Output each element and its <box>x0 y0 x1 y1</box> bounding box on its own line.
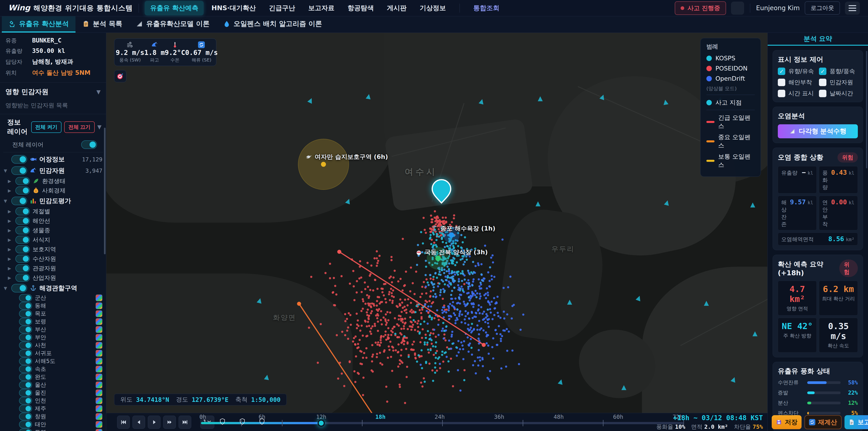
tab-오일펜스 배치 알고리즘 이론[interactable]: 오일펜스 배치 알고리즘 이론 <box>216 16 329 33</box>
checkbox-시간 표시[interactable]: 시간 표시 <box>778 90 817 97</box>
checkbox-풍향/풍속[interactable]: ✓풍향/풍속 <box>819 67 858 75</box>
all-layers-toggle[interactable] <box>81 140 97 149</box>
layer-row-서귀포[interactable]: 서귀포 <box>2 349 102 357</box>
layers-all-off-button[interactable]: 전체 끄기 <box>64 121 94 133</box>
layer-row-부산[interactable]: 부산 <box>2 326 102 333</box>
checkbox-유향/유속[interactable]: ✓유향/유속 <box>778 67 817 75</box>
region-style-icon[interactable] <box>96 421 102 428</box>
layers-all-on-button[interactable]: 전체 켜기 <box>31 121 61 133</box>
layer-toggle[interactable] <box>16 207 30 215</box>
region-style-icon[interactable] <box>96 310 102 317</box>
layer-toggle[interactable] <box>19 310 32 317</box>
layer-toggle[interactable] <box>11 284 27 293</box>
region-style-icon[interactable] <box>96 429 102 431</box>
layer-row-해안선[interactable]: ▶해안선 <box>2 216 102 225</box>
layer-toggle[interactable] <box>16 274 30 282</box>
expand-arrow-icon[interactable]: ▶ <box>6 218 13 223</box>
layer-toggle[interactable] <box>19 381 32 389</box>
layer-toggle[interactable] <box>19 405 32 412</box>
report-button[interactable]: 보고서 <box>844 415 868 429</box>
save-button[interactable]: 저장 <box>772 415 802 429</box>
layer-row-산업자원[interactable]: ▶산업자원 <box>2 273 102 282</box>
layer-toggle[interactable] <box>19 302 32 310</box>
layer-row-사천[interactable]: 사천 <box>2 341 102 349</box>
logout-button[interactable]: 로그아웃 <box>805 1 840 15</box>
layer-toggle[interactable] <box>16 255 30 263</box>
rightpanel-scrollbar[interactable] <box>866 51 867 168</box>
layer-toggle[interactable] <box>19 421 32 428</box>
region-style-icon[interactable] <box>96 358 102 365</box>
layer-row-보호지역[interactable]: ▶보호지역 <box>2 245 102 254</box>
nav-item-유출유 확산예측[interactable]: 유출유 확산예측 <box>145 1 204 16</box>
sidebar-scrollbar[interactable] <box>104 128 105 254</box>
layer-toggle[interactable] <box>16 264 30 272</box>
layer-toggle[interactable] <box>19 429 32 431</box>
layer-row-환경생태[interactable]: ▶환경생태 <box>2 176 102 186</box>
nav-item-항공탐색[interactable]: 항공탐색 <box>342 1 379 16</box>
layer-row-제주[interactable]: 제주 <box>2 405 102 412</box>
expand-arrow-icon[interactable]: ▶ <box>6 256 13 261</box>
region-style-icon[interactable] <box>96 342 102 349</box>
layer-toggle[interactable] <box>11 155 27 164</box>
expand-arrow-icon[interactable]: ▶ <box>6 228 13 233</box>
sensitive-resources-header[interactable]: 영향 민감자원 ▼ <box>5 87 101 96</box>
map-canvas[interactable]: 여수시화양면우두리 여자만 습지보호구역 (6h)종포 해수욕장 (1h)국동 … <box>106 33 767 413</box>
layer-toggle[interactable] <box>19 326 32 333</box>
nav-item-HNS·대기확산[interactable]: HNS·대기확산 <box>206 1 261 16</box>
layer-toggle[interactable] <box>16 236 30 244</box>
layer-row-계절별[interactable]: ▶계절별 <box>2 207 102 216</box>
layer-row-어장정보[interactable]: 어장정보17,129 <box>2 154 102 165</box>
layer-toggle[interactable] <box>19 334 32 341</box>
layer-row-보령[interactable]: 보령 <box>2 317 102 326</box>
layer-row-인천[interactable]: 인천 <box>2 397 102 405</box>
region-style-icon[interactable] <box>96 405 102 412</box>
expand-arrow-icon[interactable]: ▼ <box>2 198 8 204</box>
layer-toggle[interactable] <box>19 357 32 365</box>
nav-item-게시판[interactable]: 게시판 <box>381 1 412 16</box>
expand-arrow-icon[interactable]: ▼ <box>2 168 8 173</box>
region-style-icon[interactable] <box>96 390 102 396</box>
region-style-icon[interactable] <box>96 381 102 388</box>
region-style-icon[interactable] <box>96 326 102 333</box>
timeline-handle[interactable] <box>318 420 325 427</box>
layer-toggle[interactable] <box>19 373 32 381</box>
layer-row-속초[interactable]: 속초 <box>2 365 102 373</box>
region-style-icon[interactable] <box>96 302 102 309</box>
layer-toggle[interactable] <box>19 397 32 405</box>
layer-toggle[interactable] <box>19 349 32 357</box>
stepback-button[interactable] <box>132 415 145 429</box>
skipstart-button[interactable] <box>117 415 130 429</box>
layer-row-완도[interactable]: 완도 <box>2 373 102 381</box>
tab-분석 목록[interactable]: 분석 목록 <box>75 16 129 33</box>
recalc-button[interactable]: 재계산 <box>804 415 842 429</box>
layer-row-창원[interactable]: 창원 <box>2 412 102 420</box>
layer-toggle[interactable] <box>16 217 30 225</box>
layer-toggle[interactable] <box>19 341 32 349</box>
nav-item-긴급구난[interactable]: 긴급구난 <box>264 1 301 16</box>
layer-row-해경관할구역[interactable]: ▼해경관할구역 <box>2 282 102 294</box>
layer-toggle[interactable] <box>19 413 32 420</box>
layer-toggle[interactable] <box>19 318 32 326</box>
layer-toggle[interactable] <box>16 226 30 235</box>
layer-row-군산[interactable]: 군산 <box>2 294 102 302</box>
notifications-button[interactable] <box>731 2 744 15</box>
region-style-icon[interactable] <box>96 374 102 380</box>
menu-button[interactable] <box>845 2 860 15</box>
expand-arrow-icon[interactable]: ▶ <box>6 179 13 184</box>
polygon-analysis-button[interactable]: 다각형 분석수행 <box>778 124 858 138</box>
region-style-icon[interactable] <box>96 413 102 420</box>
layer-toggle[interactable] <box>11 166 27 175</box>
checkbox-민감자원[interactable]: 민감자원 <box>819 79 858 86</box>
nav-item-보고자료[interactable]: 보고자료 <box>303 1 340 16</box>
ff-button[interactable] <box>163 415 176 429</box>
tab-유출유 확산분석[interactable]: 유출유 확산분석 <box>2 16 75 33</box>
layer-row-동해[interactable]: 동해 <box>2 302 102 310</box>
expand-arrow-icon[interactable]: ▶ <box>6 275 13 280</box>
layer-toggle[interactable] <box>11 196 27 205</box>
layer-toggle[interactable] <box>16 245 30 253</box>
expand-arrow-icon[interactable]: ▶ <box>6 209 13 214</box>
layer-row-관광자원[interactable]: ▶관광자원 <box>2 264 102 273</box>
layer-toggle[interactable] <box>16 177 30 185</box>
layer-row-서식지[interactable]: ▶서식지 <box>2 235 102 245</box>
layer-toggle[interactable] <box>19 365 32 373</box>
